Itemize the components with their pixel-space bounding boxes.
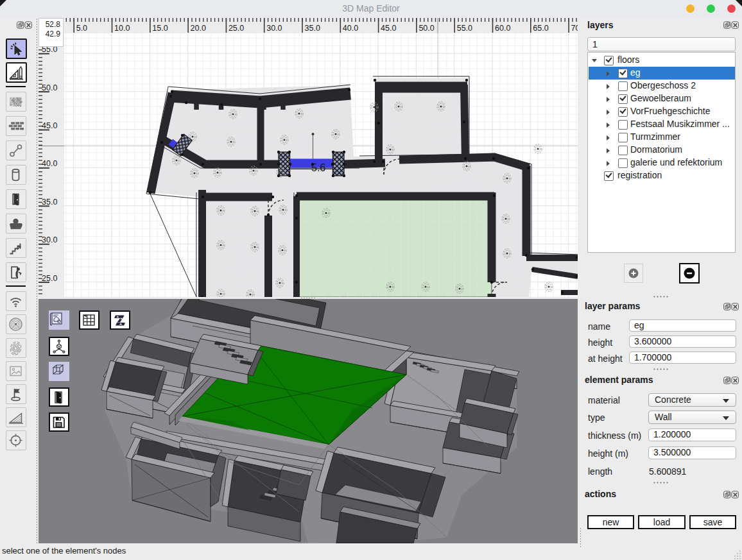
svg-text:20.0: 20.0 xyxy=(191,24,206,33)
svg-text:30.0: 30.0 xyxy=(266,24,282,33)
svg-text:70.: 70. xyxy=(571,24,578,33)
svg-text:60.0: 60.0 xyxy=(495,24,510,33)
svg-text:65.0: 65.0 xyxy=(533,24,548,33)
svg-text:15.0: 15.0 xyxy=(152,24,168,33)
svg-text:25.0: 25.0 xyxy=(229,24,244,33)
svg-text:55.0: 55.0 xyxy=(42,47,57,54)
svg-text:10.0: 10.0 xyxy=(114,24,130,33)
svg-text:40.0: 40.0 xyxy=(42,159,57,168)
svg-text:35.0: 35.0 xyxy=(305,24,320,33)
svg-text:50.0: 50.0 xyxy=(418,24,434,33)
svg-text:45.0: 45.0 xyxy=(381,24,396,33)
svg-text:45.0: 45.0 xyxy=(42,121,57,130)
svg-text:30.0: 30.0 xyxy=(42,235,57,244)
svg-text:50.0: 50.0 xyxy=(42,83,57,92)
svg-text:55.0: 55.0 xyxy=(457,24,472,33)
svg-text:40.0: 40.0 xyxy=(343,24,358,33)
svg-text:35.0: 35.0 xyxy=(42,198,57,207)
svg-text:25.0: 25.0 xyxy=(42,274,57,283)
svg-text:5.0: 5.0 xyxy=(76,24,87,33)
